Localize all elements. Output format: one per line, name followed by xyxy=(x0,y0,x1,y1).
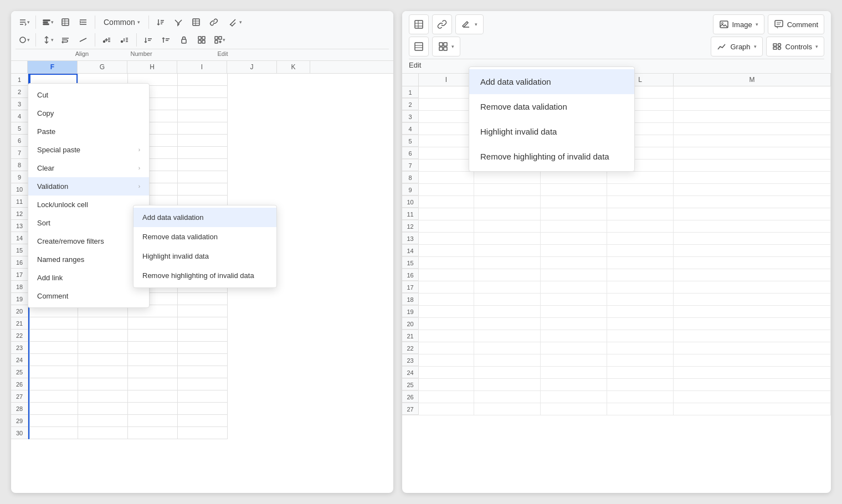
align-left-btn[interactable]: ▾ xyxy=(39,14,56,30)
cell-H27[interactable] xyxy=(128,390,177,403)
right-table2-btn[interactable] xyxy=(409,37,429,56)
row-3[interactable]: 3 xyxy=(11,98,28,110)
sort-btn[interactable] xyxy=(152,14,169,30)
menu-item-copy[interactable]: Copy xyxy=(28,104,149,122)
right-cell-M8[interactable] xyxy=(674,172,831,183)
cell-I3[interactable] xyxy=(178,98,227,110)
cell-I29[interactable] xyxy=(178,415,227,427)
right-cell-K18[interactable] xyxy=(541,294,607,305)
right-row-12[interactable]: 12 xyxy=(402,220,831,233)
image-btn[interactable]: Image ▾ xyxy=(713,14,764,34)
row-9[interactable]: 9 xyxy=(11,171,28,183)
right-cell-M7[interactable] xyxy=(674,160,831,171)
right-cell-I4[interactable] xyxy=(419,123,474,135)
col-header-K[interactable]: K xyxy=(277,61,310,73)
right-row-23[interactable]: 23 xyxy=(402,354,831,367)
right-cell-K16[interactable] xyxy=(541,269,607,281)
right-cell-M3[interactable] xyxy=(674,111,831,122)
right-cell-M2[interactable] xyxy=(674,99,831,110)
right-cell-M6[interactable] xyxy=(674,147,831,159)
right-cell-K8[interactable] xyxy=(541,172,607,183)
right-cell-K13[interactable] xyxy=(541,233,607,244)
cell-I28[interactable] xyxy=(178,403,227,415)
row-26[interactable]: 26 xyxy=(11,378,28,390)
cell-H25[interactable] xyxy=(128,366,177,378)
cell-H30[interactable] xyxy=(128,427,177,439)
right-cell-J23[interactable] xyxy=(474,354,541,366)
right-cell-J27[interactable] xyxy=(474,403,541,415)
right-cell-I1[interactable] xyxy=(419,86,474,98)
row-2[interactable]: 2 xyxy=(11,86,28,98)
right-eraser-btn[interactable]: ▾ xyxy=(455,14,484,34)
cell-F24[interactable] xyxy=(29,354,78,366)
right-cell-J16[interactable] xyxy=(474,269,541,281)
cell-F28[interactable] xyxy=(29,403,78,415)
right-cell-K22[interactable] xyxy=(541,342,607,354)
row-15[interactable]: 15 xyxy=(11,244,28,256)
cell-I21[interactable] xyxy=(178,317,227,330)
col-header-J[interactable]: J xyxy=(227,61,277,73)
right-cell-M27[interactable] xyxy=(674,403,831,415)
right-dropdown-highlight-invalid[interactable]: Highlight invalid data xyxy=(469,119,634,144)
right-cell-K26[interactable] xyxy=(541,391,607,403)
right-cell-L9[interactable] xyxy=(607,184,674,196)
right-cell-M22[interactable] xyxy=(674,342,831,354)
menu-item-lock[interactable]: Lock/unlock cell xyxy=(28,196,149,214)
clear-btn[interactable]: ▾ xyxy=(223,14,247,30)
menu-item-cut[interactable]: Cut xyxy=(28,86,149,104)
right-link-btn[interactable] xyxy=(432,14,452,34)
right-cell-M20[interactable] xyxy=(674,318,831,330)
right-cell-K20[interactable] xyxy=(541,318,607,330)
right-row-9[interactable]: 9 xyxy=(402,184,831,196)
right-cell-L13[interactable] xyxy=(607,233,674,244)
right-cell-J24[interactable] xyxy=(474,367,541,378)
cell-F27[interactable] xyxy=(29,390,78,403)
menu-item-paste[interactable]: Paste xyxy=(28,122,149,141)
right-cell-I15[interactable] xyxy=(419,257,474,269)
cell-F22[interactable] xyxy=(29,330,78,342)
common-dropdown-btn[interactable]: Common ▾ xyxy=(99,14,145,30)
right-cell-K27[interactable] xyxy=(541,403,607,415)
row-17[interactable]: 17 xyxy=(11,269,28,281)
row-5[interactable]: 5 xyxy=(11,122,28,135)
right-cell-K11[interactable] xyxy=(541,208,607,220)
right-cell-I16[interactable] xyxy=(419,269,474,281)
right-cell-I17[interactable] xyxy=(419,281,474,293)
right-cell-K19[interactable] xyxy=(541,306,607,317)
row-22[interactable]: 22 xyxy=(11,330,28,342)
cell-I25[interactable] xyxy=(178,366,227,378)
right-row-15[interactable]: 15 xyxy=(402,257,831,269)
row-7[interactable]: 7 xyxy=(11,147,28,159)
cell-G23[interactable] xyxy=(78,342,127,354)
right-cell-K17[interactable] xyxy=(541,281,607,293)
right-cell-J25[interactable] xyxy=(474,379,541,390)
right-cell-I20[interactable] xyxy=(419,318,474,330)
right-cell-J22[interactable] xyxy=(474,342,541,354)
right-conditional-btn[interactable]: ▾ xyxy=(432,37,460,56)
right-cell-M18[interactable] xyxy=(674,294,831,305)
menu-item-sort[interactable]: Sort › xyxy=(28,214,149,232)
right-cell-I5[interactable] xyxy=(419,135,474,147)
right-row-26[interactable]: 26 xyxy=(402,391,831,403)
row-14[interactable]: 14 xyxy=(11,232,28,244)
right-row-24[interactable]: 24 xyxy=(402,367,831,379)
right-cell-I13[interactable] xyxy=(419,233,474,244)
cell-H22[interactable] xyxy=(128,330,177,342)
submenu-highlight-invalid[interactable]: Highlight invalid data xyxy=(134,246,276,266)
row-1[interactable]: 1 xyxy=(11,74,28,86)
row-11[interactable]: 11 xyxy=(11,196,28,208)
right-cell-M12[interactable] xyxy=(674,220,831,232)
right-cell-M19[interactable] xyxy=(674,306,831,317)
cell-G26[interactable] xyxy=(78,378,127,390)
right-cell-J15[interactable] xyxy=(474,257,541,269)
right-cell-L11[interactable] xyxy=(607,208,674,220)
submenu-remove-validation[interactable]: Remove data validation xyxy=(134,227,276,246)
right-cell-M4[interactable] xyxy=(674,123,831,135)
right-row-27[interactable]: 27 xyxy=(402,403,831,415)
right-cell-J17[interactable] xyxy=(474,281,541,293)
row-21[interactable]: 21 xyxy=(11,317,28,330)
right-cell-I18[interactable] xyxy=(419,294,474,305)
right-row-10[interactable]: 10 xyxy=(402,196,831,208)
controls-btn[interactable]: Controls ▾ xyxy=(766,37,824,56)
cell-I2[interactable] xyxy=(178,86,227,98)
